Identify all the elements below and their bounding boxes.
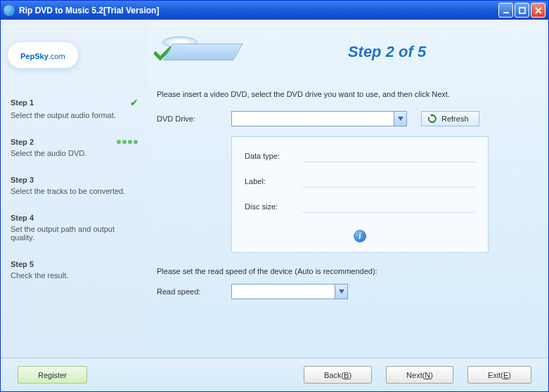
read-speed-instruction: Please set the read speed of the device … xyxy=(157,267,529,275)
active-dots-icon xyxy=(116,140,138,144)
step-2: Step 2 Select the audio DVD. xyxy=(11,138,138,157)
info-icon[interactable]: i xyxy=(354,230,366,242)
disc-size-label: Disc size: xyxy=(245,202,302,211)
step-desc: Set the output path and output quality. xyxy=(11,225,138,242)
data-type-label: Data type: xyxy=(245,152,302,160)
button-bar: Register Back(B) Next(N) Exit(E) xyxy=(1,358,548,391)
svg-rect-0 xyxy=(503,12,509,13)
step-1: Step 1 ✔ Select the output audio format. xyxy=(11,97,138,119)
logo-brand: PepSky xyxy=(20,52,49,60)
read-speed-input[interactable] xyxy=(232,285,335,299)
chevron-down-icon[interactable] xyxy=(394,112,406,126)
label-value xyxy=(302,175,475,188)
chevron-down-icon[interactable] xyxy=(335,285,347,299)
dvd-drive-input[interactable] xyxy=(232,112,394,126)
step-title: Step 4 xyxy=(11,214,34,222)
disc-size-row: Disc size: xyxy=(245,200,475,213)
step-title: Step 5 xyxy=(11,260,34,268)
checkmark-icon: ✔ xyxy=(130,97,138,108)
dvd-drive-row: DVD Drive: Refresh xyxy=(157,111,529,126)
step-desc: Select the tracks to be converted. xyxy=(11,187,138,195)
body: PepSky.com Step 1 ✔ Select the output au… xyxy=(1,20,548,391)
dvd-drive-combo[interactable] xyxy=(231,111,407,126)
minimize-button[interactable] xyxy=(498,3,513,18)
step-banner: Step 2 of 5 xyxy=(245,43,529,61)
logo-text: PepSky.com xyxy=(8,42,78,68)
refresh-label: Refresh xyxy=(441,115,469,123)
step-title: Step 1 xyxy=(11,98,34,107)
main-panel: Step 2 of 5 Please insert a video DVD, s… xyxy=(148,20,548,391)
wizard-header: Step 2 of 5 xyxy=(157,20,529,84)
step-3: Step 3 Select the tracks to be converted… xyxy=(11,176,138,195)
read-speed-combo[interactable] xyxy=(231,284,348,299)
dvd-drive-label: DVD Drive: xyxy=(157,115,231,123)
step-5: Step 5 Check the result. xyxy=(11,260,138,280)
read-speed-label: Read speed: xyxy=(157,287,231,296)
refresh-icon xyxy=(427,114,437,124)
close-button[interactable] xyxy=(531,3,545,18)
back-button[interactable]: Back(B) xyxy=(304,366,372,384)
app-window: Rip DVD to Music 5.2[Trial Version] PepS… xyxy=(0,0,549,392)
step-4: Step 4 Set the output path and output qu… xyxy=(11,214,138,242)
step-desc: Select the output audio format. xyxy=(11,111,138,119)
label-label: Label: xyxy=(245,177,302,185)
data-type-row: Data type: xyxy=(245,150,475,162)
disc-size-value xyxy=(302,200,475,213)
maximize-button[interactable] xyxy=(515,3,529,18)
svg-rect-1 xyxy=(519,8,525,13)
step-desc: Select the audio DVD. xyxy=(11,149,138,157)
step-title: Step 2 xyxy=(11,138,34,146)
titlebar: Rip DVD to Music 5.2[Trial Version] xyxy=(1,1,548,20)
step-list: Step 1 ✔ Select the output audio format.… xyxy=(1,83,148,391)
register-button[interactable]: Register xyxy=(18,366,87,384)
disc-info-panel: Data type: Label: Disc size: i xyxy=(231,136,489,253)
next-button[interactable]: Next(N) xyxy=(386,366,453,384)
read-speed-row: Read speed: xyxy=(157,284,529,299)
sidebar: PepSky.com Step 1 ✔ Select the output au… xyxy=(1,20,148,391)
label-row: Label: xyxy=(245,175,475,188)
window-title: Rip DVD to Music 5.2[Trial Version] xyxy=(19,6,498,15)
info-icon-row: i xyxy=(245,226,475,242)
refresh-button[interactable]: Refresh xyxy=(421,111,479,126)
step-title: Step 3 xyxy=(11,176,34,184)
exit-button[interactable]: Exit(E) xyxy=(467,366,531,384)
step-desc: Check the result. xyxy=(11,271,138,280)
logo: PepSky.com xyxy=(8,27,148,83)
data-type-value xyxy=(302,150,475,162)
dvd-tray-icon xyxy=(161,31,245,73)
logo-domain: .com xyxy=(49,52,65,60)
window-controls xyxy=(498,3,545,18)
app-icon xyxy=(4,5,15,16)
instruction-text: Please insert a video DVD, select the DV… xyxy=(157,90,529,98)
